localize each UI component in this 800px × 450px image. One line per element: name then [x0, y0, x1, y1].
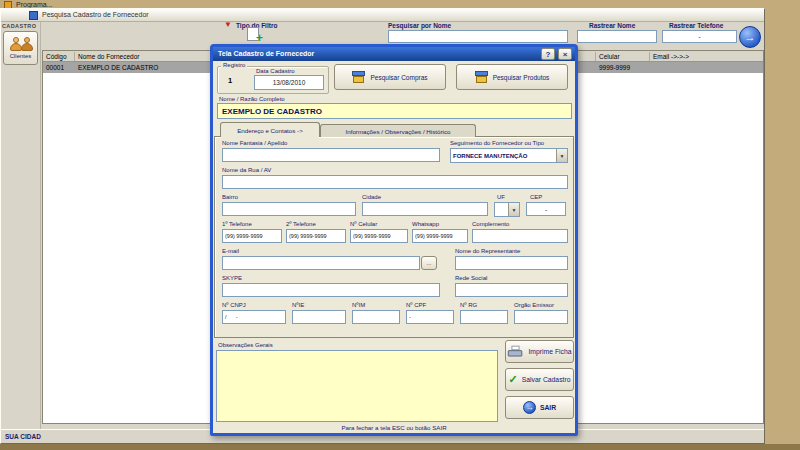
- celular-input[interactable]: [350, 229, 408, 243]
- registro-value: 1: [228, 76, 232, 85]
- pesquisar-produtos-label: Pesquisar Produtos: [493, 74, 550, 81]
- close-button[interactable]: ×: [558, 48, 572, 60]
- cnpj-label: Nº CNPJ: [222, 302, 246, 308]
- pesquisar-produtos-button[interactable]: Pesquisar Produtos: [456, 64, 568, 90]
- sidebar-section-label: CADASTRO: [2, 23, 36, 29]
- im-label: NºIM: [352, 302, 365, 308]
- rede-social-input[interactable]: [455, 283, 568, 297]
- dialog-title: Tela Cadastro de Fornecedor: [218, 50, 314, 57]
- data-cadastro-input[interactable]: [254, 75, 324, 90]
- col-divider: [74, 52, 75, 61]
- tel1-input[interactable]: [222, 229, 282, 243]
- plus-icon: +: [256, 32, 263, 44]
- window-icon: [29, 11, 38, 20]
- tab2-label: Informações / Observações / Histórico: [346, 128, 451, 135]
- exit-arrow-icon: →: [523, 401, 536, 414]
- add-record-button[interactable]: +: [243, 24, 263, 44]
- registro-group-label: Registro: [221, 62, 247, 68]
- representante-label: Nome do Representante: [455, 248, 520, 254]
- email-more-button[interactable]: ...: [421, 256, 437, 270]
- imprime-ficha-button[interactable]: Imprime Ficha: [505, 340, 574, 363]
- orgao-emissor-label: Orgão Emissor: [514, 302, 554, 308]
- seguimento-select[interactable]: FORNECE MANUTENÇÃO ▼: [450, 148, 568, 163]
- pesquisar-compras-label: Pesquisar Compras: [370, 74, 427, 81]
- tab-informacoes-historico[interactable]: Informações / Observações / Histórico: [320, 124, 476, 137]
- search-go-button[interactable]: →: [739, 26, 761, 48]
- cidade-input[interactable]: [362, 202, 488, 216]
- bairro-input[interactable]: [222, 202, 356, 216]
- sair-button[interactable]: → SAIR: [505, 396, 574, 419]
- rastrear-telefone-label: Rastrear Telefone: [669, 22, 723, 29]
- imprime-ficha-label: Imprime Ficha: [528, 348, 571, 355]
- nome-razao-field[interactable]: EXEMPLO DE CADASTRO: [217, 103, 572, 119]
- dialog-titlebar[interactable]: Tela Cadastro de Fornecedor ? ×: [213, 47, 575, 61]
- cpf-input[interactable]: [406, 310, 454, 324]
- rg-input[interactable]: [460, 310, 508, 324]
- row-codigo: 00001: [46, 64, 64, 71]
- rastrear-nome-label: Rastrear Nome: [589, 22, 635, 29]
- complemento-label: Complemento: [472, 221, 509, 227]
- rastrear-nome-input[interactable]: [577, 30, 657, 43]
- main-window-titlebar[interactable]: Pesquisa Cadastro de Fornecedor: [1, 9, 764, 22]
- chevron-down-icon: ▼: [556, 149, 567, 162]
- desktop: { "icons": {"plus":"+","close":"×","arro…: [0, 0, 800, 450]
- pesquisar-nome-input[interactable]: [388, 30, 568, 43]
- produtos-icon: [475, 71, 489, 84]
- complemento-input[interactable]: [472, 229, 568, 243]
- sidebar: [1, 22, 41, 429]
- check-icon: ✓: [509, 373, 518, 386]
- help-button[interactable]: ?: [541, 48, 555, 60]
- salvar-cadastro-label: Salvar Cadastro: [522, 376, 571, 383]
- go-arrow-icon: →: [745, 31, 756, 43]
- rua-label: Nome da Rua / AV: [222, 167, 271, 173]
- rua-input[interactable]: [222, 175, 568, 189]
- fantasia-input[interactable]: [222, 148, 440, 162]
- status-text: SUA CIDAD: [5, 433, 41, 440]
- uf-select[interactable]: ▼: [494, 202, 520, 217]
- col-divider: [595, 52, 596, 61]
- whatsapp-label: Whatsapp: [412, 221, 439, 227]
- ie-label: NºIE: [292, 302, 304, 308]
- dialog-footer-hint: Para fechar a tela ESC ou botão SAIR: [210, 424, 578, 431]
- nome-razao-label: Nome / Razão Completo: [219, 96, 285, 102]
- cpf-label: Nº CPF: [406, 302, 426, 308]
- tab-endereco-contatos[interactable]: Endereço e Contatos ->: [220, 122, 320, 137]
- cep-input[interactable]: [526, 202, 566, 216]
- observacoes-textarea[interactable]: [216, 350, 498, 422]
- whatsapp-input[interactable]: [412, 229, 468, 243]
- col-nome[interactable]: Nome do Fornecedor: [78, 53, 139, 60]
- uf-label: UF: [497, 194, 505, 200]
- bairro-label: Bairro: [222, 194, 238, 200]
- fantasia-label: Nome Fantasia / Apelido: [222, 140, 287, 146]
- email-input[interactable]: [222, 256, 420, 270]
- orgao-emissor-input[interactable]: [514, 310, 568, 324]
- tel2-input[interactable]: [286, 229, 346, 243]
- email-label: E-mail: [222, 248, 239, 254]
- compras-icon: [352, 71, 366, 84]
- bottom-strip: [0, 444, 800, 450]
- im-input[interactable]: [352, 310, 400, 324]
- rastrear-telefone-input[interactable]: [662, 30, 737, 43]
- col-celular[interactable]: Celular: [599, 53, 620, 60]
- observacoes-label: Observações Gerais: [218, 342, 273, 348]
- col-codigo[interactable]: Código: [46, 53, 67, 60]
- cnpj-input[interactable]: [222, 310, 286, 324]
- pesquisar-compras-button[interactable]: Pesquisar Compras: [334, 64, 446, 90]
- representante-input[interactable]: [455, 256, 568, 270]
- clients-people-icon: [8, 37, 34, 52]
- ie-input[interactable]: [292, 310, 346, 324]
- rede-social-label: Rede Social: [455, 275, 487, 281]
- tel1-label: 1º Telefone: [222, 221, 252, 227]
- seguimento-label: Seguimento do Fornecedor ou Tipo: [450, 140, 544, 146]
- row-nome: EXEMPLO DE CADASTRO: [78, 64, 158, 71]
- sidebar-item-clientes[interactable]: Clientes: [3, 31, 38, 65]
- program-title: Programa...: [16, 1, 53, 8]
- salvar-cadastro-button[interactable]: ✓ Salvar Cadastro: [505, 368, 574, 391]
- skype-input[interactable]: [222, 283, 440, 297]
- col-email[interactable]: Email ->->->: [653, 53, 689, 60]
- seguimento-value: FORNECE MANUTENÇÃO: [451, 153, 556, 159]
- chevron-down-icon: ▼: [508, 203, 519, 216]
- data-cadastro-label: Data Cadastro: [256, 68, 295, 74]
- col-divider: [649, 52, 650, 61]
- cep-label: CEP: [530, 194, 542, 200]
